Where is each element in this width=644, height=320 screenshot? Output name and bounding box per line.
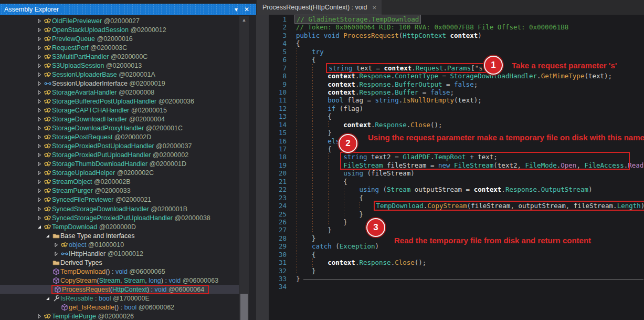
code-line[interactable]: 5try [269, 48, 644, 56]
tree-item-body[interactable]: Derived Types [51, 259, 102, 266]
tree-item[interactable]: RequestPerf @0200003C [0, 43, 239, 52]
collapsed-arrow-icon[interactable] [36, 207, 43, 212]
code-line[interactable]: 14context.Response.Close(); [269, 121, 644, 129]
code-line[interactable]: 26} [269, 218, 644, 226]
tree-item[interactable]: TempFilePurge @02000026 [0, 312, 239, 320]
tree-item-body[interactable]: StorageProxiedPostUploadHandler @0200003… [43, 142, 192, 150]
code-line[interactable]: 34 [269, 283, 644, 291]
tree-item[interactable]: TempDownload() : void @06000065 [0, 267, 239, 276]
collapsed-arrow-icon[interactable] [36, 170, 43, 176]
collapsed-arrow-icon[interactable] [36, 143, 43, 149]
tree-item[interactable]: TempDownload @0200000D [0, 222, 239, 231]
tree-item[interactable]: SessionUploaderInterface @02000019 [0, 79, 239, 88]
collapsed-arrow-icon[interactable] [36, 45, 43, 50]
code-line[interactable]: 32} [269, 267, 644, 275]
tree-item[interactable]: object @01000010 [0, 240, 239, 249]
collapsed-arrow-icon[interactable] [36, 108, 43, 113]
tree-item-body[interactable]: SyncedStorageDownloadHandler @0200001B [43, 205, 187, 213]
tree-item[interactable]: StorageUploadHelper @0200002C [0, 169, 239, 178]
collapsed-arrow-icon[interactable] [36, 54, 43, 59]
code-line[interactable]: 22using (Stream outputStream = context.R… [269, 185, 644, 193]
code-line[interactable]: 30{ [269, 251, 644, 259]
collapsed-arrow-icon[interactable] [36, 314, 43, 319]
tree-item-body[interactable]: IsReusable : bool @1700000E [51, 295, 150, 302]
tree-item-body[interactable]: TempDownload() : void @06000065 [51, 268, 165, 275]
tree-item[interactable]: StorageDownloadProxyHandler @0200001C [0, 124, 239, 133]
tree-item[interactable]: CopyStream(Stream, Stream, long) : void … [0, 276, 239, 285]
collapsed-arrow-icon[interactable] [52, 242, 60, 247]
code-line[interactable]: 20using (fileStream) [269, 169, 644, 177]
collapsed-arrow-icon[interactable] [36, 27, 43, 33]
tree-item-body[interactable]: S3UploadSession @02000013 [43, 62, 142, 69]
collapsed-arrow-icon[interactable] [36, 126, 43, 131]
tree-item[interactable]: StorageProxiedPostUploadHandler @0200003… [0, 142, 239, 151]
code-editor[interactable]: 1// GladinetStorage.TempDownload2// Toke… [256, 15, 644, 320]
tab-close-icon[interactable]: × [372, 4, 376, 12]
tree-item[interactable]: S3MultiPartHandler @0200000C [0, 52, 239, 61]
tree-item[interactable]: PreviewQueue @02000016 [0, 34, 239, 43]
tab-processrequest[interactable]: ProcessRequest(HttpContext) : void × [257, 0, 382, 15]
code-line[interactable]: 24TempDownload.CopyStream(fileStream, ou… [269, 202, 644, 210]
tree-item-body[interactable]: StorageThumbDownloadHandler @0200001D [43, 160, 186, 168]
code-line[interactable]: 8context.Response.ContentType = StorageD… [269, 72, 644, 80]
tree-item[interactable]: OpenStackUploadSession @02000012 [0, 25, 239, 34]
collapsed-arrow-icon[interactable] [36, 36, 43, 42]
scroll-up-icon[interactable]: ▲ [239, 16, 249, 24]
tree-item-body[interactable]: IHttpHandler @01000012 [60, 250, 143, 257]
code-line[interactable]: 25} [269, 210, 644, 218]
tree-item[interactable]: SyncedFilePreviewer @02000021 [0, 195, 239, 204]
code-line[interactable]: 21{ [269, 178, 644, 185]
tree-item-body[interactable]: StorageDownloadProxyHandler @0200001C [43, 125, 183, 132]
code-line[interactable]: 2// Token: 0x06000064 RID: 100 RVA: 0x00… [269, 23, 644, 31]
tree-item[interactable]: Derived Types [0, 258, 239, 267]
tree-item-body[interactable]: StorageUploadHelper @0200002C [43, 169, 154, 177]
tree-item[interactable]: OldFilePreviewer @02000027 [0, 16, 239, 25]
tree-item-body[interactable]: OldFilePreviewer @02000027 [43, 17, 140, 25]
tree-item[interactable]: S3UploadSession @02000013 [0, 61, 239, 70]
chevron-down-icon[interactable]: ▾ [231, 6, 241, 13]
tree-item-body[interactable]: TempFilePurge @02000026 [43, 313, 134, 320]
collapsed-arrow-icon[interactable] [52, 251, 60, 256]
tree-item-body[interactable]: StreamPurger @02000033 [43, 187, 131, 194]
tree-item-body[interactable]: RequestPerf @0200003C [43, 44, 127, 51]
collapsed-arrow-icon[interactable] [36, 215, 43, 221]
code-line[interactable]: 4{ [269, 39, 644, 47]
tree-scrollbar-thumb[interactable] [240, 294, 248, 320]
tree-item-body[interactable]: Base Type and Interfaces [51, 232, 135, 240]
tree-item-body[interactable]: StoragePostRequest @0200002D [43, 133, 151, 141]
code-line[interactable]: 10context.Response.Buffer = false; [269, 88, 644, 96]
tree-item-body[interactable]: object @01000010 [60, 241, 124, 249]
tree-item-body[interactable]: SessionUploaderBase @0200001A [43, 71, 155, 78]
tree-item[interactable]: IsReusable : bool @1700000E [0, 294, 239, 303]
code-line[interactable]: 13{ [269, 112, 644, 120]
code-line[interactable]: 33} [269, 275, 644, 283]
tree-item-body[interactable]: get_IsReusable() : bool @06000062 [60, 304, 174, 311]
tree-item-body[interactable]: StorageProxiedPutUploadHandler @02000002 [43, 151, 188, 159]
tree-item[interactable]: SyncedStorageDownloadHandler @0200001B [0, 204, 239, 213]
tree-item-body[interactable]: TempDownload @0200000D [43, 223, 136, 231]
tree-item-body[interactable]: StorageBufferedPostUploadHandler @020000… [43, 98, 194, 105]
tree-item-body[interactable]: S3MultiPartHandler @0200000C [43, 53, 147, 60]
code-line[interactable]: 11bool flag = string.IsNullOrEmpty(text)… [269, 96, 644, 104]
tree-item[interactable]: StorageBufferedPostUploadHandler @020000… [0, 97, 239, 106]
tree-item[interactable]: StorageProxiedPutUploadHandler @02000002 [0, 151, 239, 160]
tree-item-body[interactable]: CopyStream(Stream, Stream, long) : void … [51, 277, 218, 284]
code-line[interactable]: 31context.Response.Close(); [269, 259, 644, 266]
tree-item-body[interactable]: StorageDownloadHandler @02000004 [43, 116, 165, 123]
collapsed-arrow-icon[interactable] [36, 135, 43, 140]
tree-item[interactable]: StorageCAPTCHAHandler @02000015 [0, 106, 239, 115]
tree-item[interactable]: StreamObject @0200002B [0, 178, 239, 187]
tree-scrollbar[interactable]: ▲ [239, 16, 249, 320]
tree-item[interactable]: IHttpHandler @01000012 [0, 249, 239, 258]
tree-item[interactable]: StorageAvartaHandler @02000008 [0, 88, 239, 97]
assembly-explorer-titlebar[interactable]: Assembly Explorer ▾ ✕ [0, 4, 256, 15]
tree-item-body[interactable]: SyncedStorageProxiedPutUploadHandler @02… [43, 214, 210, 222]
tree-item-body[interactable]: StreamObject @0200002B [43, 178, 131, 185]
collapsed-arrow-icon[interactable] [36, 117, 43, 122]
close-icon[interactable]: ✕ [241, 6, 252, 13]
tree-item[interactable]: StoragePostRequest @0200002D [0, 133, 239, 142]
tree-item-body[interactable]: SyncedFilePreviewer @02000021 [43, 196, 151, 203]
collapsed-arrow-icon[interactable] [36, 179, 43, 184]
collapsed-arrow-icon[interactable] [36, 90, 43, 95]
tree-item[interactable]: SessionUploaderBase @0200001A [0, 70, 239, 79]
